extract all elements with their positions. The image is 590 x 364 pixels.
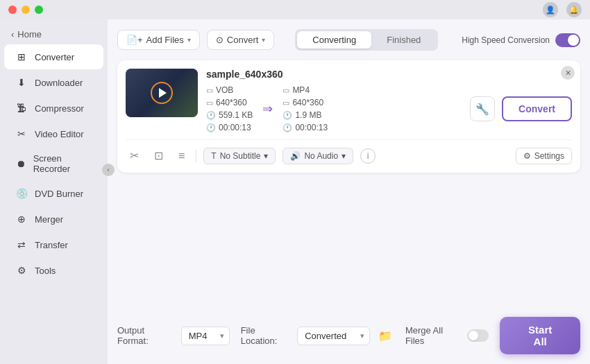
convert-chevron-icon: ▾ xyxy=(262,36,265,44)
effect-icon[interactable]: ≡ xyxy=(174,148,189,164)
file-name: sample_640x360 xyxy=(206,69,572,80)
notification-icon[interactable]: 🔔 xyxy=(566,2,582,17)
settings-button[interactable]: ⚙ Settings xyxy=(516,148,572,164)
sidebar-item-video-editor[interactable]: ✂ Video Editor xyxy=(4,121,103,146)
sidebar-item-dvd-burner[interactable]: 💿 DVD Burner xyxy=(4,181,103,206)
file-location-field: File Location: Converted Desktop Downloa… xyxy=(241,325,394,346)
close-button[interactable] xyxy=(8,6,17,14)
tab-switcher: Converting Finished xyxy=(295,29,438,51)
minimize-button[interactable] xyxy=(22,6,30,14)
target-duration-icon: 🕐 xyxy=(283,123,292,132)
resolution-icon: ▭ xyxy=(206,98,213,107)
target-resolution-value: 640*360 xyxy=(292,98,323,107)
target-size: 🕐 1.9 MB xyxy=(283,110,328,120)
high-speed-toggle[interactable] xyxy=(555,33,580,47)
size-icon: 🕐 xyxy=(206,111,216,120)
video-thumbnail[interactable] xyxy=(126,69,198,117)
cut-icon[interactable]: ✂ xyxy=(126,147,143,164)
target-size-value: 1.9 MB xyxy=(295,110,321,120)
target-format-value: MP4 xyxy=(292,85,310,95)
subtitle-icon: T xyxy=(211,151,216,161)
sidebar-item-compressor[interactable]: 🗜 Compressor xyxy=(4,96,103,121)
file-type-icon: ▭ xyxy=(206,86,213,95)
subtitle-select[interactable]: T No Subtitle ▾ xyxy=(203,148,276,164)
merge-toggle-switch[interactable] xyxy=(467,329,489,342)
merge-all-files-label: Merge All Files xyxy=(405,325,463,346)
source-size: 🕐 559.1 KB xyxy=(206,110,253,120)
sidebar-item-tools[interactable]: ⚙ Tools xyxy=(4,258,103,283)
add-files-icon: 📄+ xyxy=(126,35,143,45)
output-format-field: Output Format: MP4 MOV AVI MKV xyxy=(117,325,230,346)
source-size-value: 559.1 KB xyxy=(219,110,253,120)
sidebar-item-label: Merger xyxy=(35,214,63,225)
convert-dropdown-button[interactable]: ⊙ Convert ▾ xyxy=(207,30,275,50)
card-top: sample_640x360 ▭ VOB ▭ 640*360 xyxy=(126,69,572,132)
play-triangle-icon xyxy=(159,88,167,98)
target-format: ▭ MP4 xyxy=(283,85,328,95)
sidebar-item-label: Tools xyxy=(35,266,56,276)
converter-icon: ⊞ xyxy=(15,51,28,63)
file-card: ✕ sample_640x360 ▭ VOB xyxy=(117,60,580,173)
browse-folder-button[interactable]: 📁 xyxy=(376,326,394,345)
sidebar-item-merger[interactable]: ⊕ Merger xyxy=(4,207,103,232)
speed-toggle-label: High Speed Conversion xyxy=(462,35,550,45)
add-files-button[interactable]: 📄+ Add Files ▾ xyxy=(117,30,200,50)
sidebar-item-screen-recorder[interactable]: ⏺ Screen Recorder xyxy=(4,147,103,180)
sidebar-item-downloader[interactable]: ⬇ Downloader xyxy=(4,70,103,95)
tools-icon: ⚙ xyxy=(15,264,28,277)
transfer-icon: ⇄ xyxy=(15,239,28,251)
target-duration-value: 00:00:13 xyxy=(295,123,328,132)
output-format-select[interactable]: MP4 MOV AVI MKV xyxy=(181,327,230,345)
close-card-button[interactable]: ✕ xyxy=(561,66,575,80)
duration-icon: 🕐 xyxy=(206,123,216,132)
settings-label: Settings xyxy=(534,151,564,161)
file-location-label: File Location: xyxy=(241,325,292,346)
output-format-label: Output Format: xyxy=(117,325,176,346)
sidebar-item-label: Video Editor xyxy=(35,129,84,139)
speed-toggle: High Speed Conversion xyxy=(462,33,580,47)
target-format-col: ▭ MP4 ▭ 640*360 🕐 1.9 MB xyxy=(283,85,328,132)
convert-button[interactable]: Convert xyxy=(502,96,572,121)
maximize-button[interactable] xyxy=(35,6,43,14)
convert-section: 🔧 Convert xyxy=(470,96,572,121)
source-format: ▭ VOB xyxy=(206,85,253,95)
target-resolution-icon: ▭ xyxy=(283,98,289,107)
compressor-icon: 🗜 xyxy=(15,102,28,114)
target-file-type-icon: ▭ xyxy=(283,86,289,95)
tab-converting[interactable]: Converting xyxy=(297,31,371,49)
home-link[interactable]: ‹ Home xyxy=(0,25,108,44)
tab-finished[interactable]: Finished xyxy=(371,31,436,49)
subtitle-chevron-icon: ▾ xyxy=(264,151,268,161)
sidebar-item-label: Downloader xyxy=(35,78,83,88)
meta-edit-button[interactable]: 🔧 xyxy=(470,96,495,121)
chevron-left-icon: ‹ xyxy=(11,29,14,40)
user-icon[interactable]: 👤 xyxy=(543,2,558,17)
home-label: Home xyxy=(17,29,42,40)
source-duration: 🕐 00:00:13 xyxy=(206,123,253,132)
sidebar-item-label: Transfer xyxy=(35,240,68,250)
target-size-icon: 🕐 xyxy=(283,111,292,120)
source-duration-value: 00:00:13 xyxy=(219,123,251,132)
audio-select[interactable]: 🔊 No Audio ▾ xyxy=(283,148,353,164)
sidebar-item-transfer[interactable]: ⇄ Transfer xyxy=(4,232,103,257)
merge-all-files-toggle: Merge All Files xyxy=(405,325,489,346)
crop-icon[interactable]: ⊡ xyxy=(150,147,167,164)
play-button[interactable] xyxy=(151,82,173,104)
arrow-right-icon: ⇒ xyxy=(262,101,273,116)
dvd-burner-icon: 💿 xyxy=(15,187,28,200)
sidebar: ‹ Home ⊞ Converter ⬇ Downloader 🗜 Compre… xyxy=(0,19,108,364)
collapse-sidebar-button[interactable]: ‹ xyxy=(102,164,115,176)
sidebar-item-converter[interactable]: ⊞ Converter xyxy=(4,44,103,69)
file-location-select-wrap: Converted Desktop Downloads xyxy=(297,327,370,345)
sidebar-item-label: DVD Burner xyxy=(35,189,83,199)
card-info: sample_640x360 ▭ VOB ▭ 640*360 xyxy=(206,69,572,132)
divider xyxy=(196,149,196,163)
info-button[interactable]: i xyxy=(360,148,376,164)
title-bar: 👤 🔔 xyxy=(0,0,590,19)
start-all-button[interactable]: Start All xyxy=(500,317,580,354)
source-format-value: VOB xyxy=(216,85,233,95)
merger-icon: ⊕ xyxy=(15,213,28,225)
sidebar-item-label: Converter xyxy=(35,52,74,62)
target-duration: 🕐 00:00:13 xyxy=(283,123,328,132)
file-location-select[interactable]: Converted Desktop Downloads xyxy=(297,327,370,345)
